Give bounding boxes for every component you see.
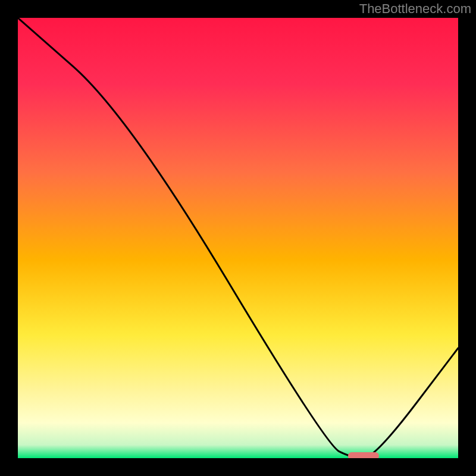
chart-svg (18, 18, 458, 458)
optimal-marker (348, 452, 379, 458)
watermark-text: TheBottleneck.com (359, 1, 471, 17)
plot-area (18, 18, 458, 458)
gradient-background (18, 18, 458, 458)
